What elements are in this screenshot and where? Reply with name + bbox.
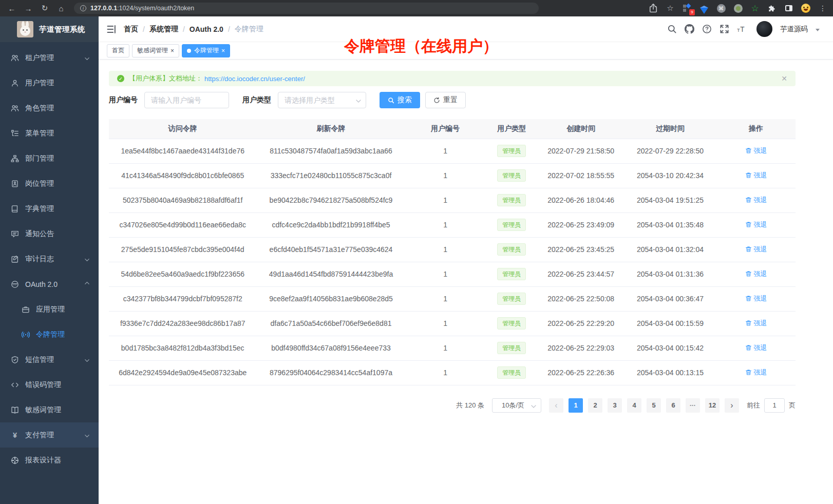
force-logout-button[interactable]: 强退 [745,196,767,205]
sidebar-item-0[interactable]: 租户管理 [0,45,99,70]
user-icon [11,79,19,87]
sidebar-item-9[interactable]: OAuth 2.0 [0,272,99,297]
search-icon[interactable] [667,24,677,34]
forward-icon[interactable]: → [22,2,35,14]
github-icon[interactable] [685,24,694,34]
extension-tabs-icon[interactable]: 9 [682,3,692,13]
force-logout-button[interactable]: 强退 [745,368,767,377]
report-icon [11,456,19,464]
extensions-puzzle-icon[interactable] [767,3,777,13]
user-type-cell: 管理员 [485,262,538,286]
user-id-label: 用户编号 [109,95,138,105]
created-cell: 2022-07-02 18:55:55 [538,163,624,188]
tab-close-icon[interactable]: × [171,47,174,54]
reload-icon[interactable]: ↻ [38,2,51,14]
top-header: 首页/系统管理/OAuth 2.0/令牌管理 TT [99,16,833,42]
tab-0[interactable]: 首页 [107,44,129,57]
site-info-icon[interactable]: i [80,5,86,11]
token-icon [22,331,30,339]
created-cell: 2022-06-25 22:50:08 [538,286,624,311]
force-logout-button[interactable]: 强退 [745,171,767,180]
home-icon[interactable]: ⌂ [54,2,68,14]
reset-button[interactable]: 重置 [425,92,466,108]
sidebar-item-5[interactable]: 岗位管理 [0,171,99,196]
alert-doc-link[interactable]: https://doc.iocoder.cn/user-center/ [204,75,305,83]
sidebar-item-3[interactable]: 菜单管理 [0,121,99,146]
sidebar-item-14[interactable]: 敏感词管理 [0,397,99,422]
sidebar-item-13[interactable]: 错误码管理 [0,372,99,397]
search-button[interactable]: 搜索 [380,92,420,108]
sidebar: 芋道管理系统 租户管理用户管理角色管理菜单管理部门管理岗位管理字典管理通知公告审… [0,16,99,504]
force-logout-button[interactable]: 强退 [745,220,767,229]
page-button-12[interactable]: 12 [705,398,720,413]
sidebar-item-16[interactable]: 报表设计器 [0,448,99,473]
page-button-6[interactable]: 6 [666,398,680,413]
chevron-down-icon[interactable] [816,29,820,31]
expires-cell: 2054-03-04 01:31:36 [624,262,716,286]
address-bar[interactable]: i 127.0.0.1:1024/system/oauth2/token [74,3,539,14]
force-logout-button[interactable]: 强退 [745,245,767,254]
sidebar-fold-icon[interactable] [106,24,117,34]
next-page-button[interactable]: › [725,398,739,413]
goto-page-input[interactable] [764,398,785,413]
user-name[interactable]: 芋道源码 [780,25,808,34]
back-icon[interactable]: ← [5,2,18,14]
sidebar-item-1[interactable]: 用户管理 [0,70,99,95]
page-button-1[interactable]: 1 [569,398,583,413]
breadcrumb-item[interactable]: 首页 [124,25,138,34]
extension-gem-icon[interactable] [699,3,709,13]
users-icon [11,54,19,62]
fullscreen-icon[interactable] [720,24,729,34]
sidebar-item-12[interactable]: 短信管理 [0,347,99,372]
side-panel-icon[interactable] [784,3,794,13]
extension-star-icon[interactable]: ☆ [750,3,760,13]
bookmark-star-icon[interactable]: ☆ [665,3,675,13]
page-button-4[interactable]: 4 [627,398,641,413]
refresh-token-cell: 9ce8ef2aa9f14056b831ae9b608e28d5 [256,286,405,311]
extension-record-icon[interactable] [733,3,743,13]
tab-close-icon[interactable]: × [221,47,225,54]
expires-cell: 2054-03-10 20:42:34 [624,163,716,188]
sidebar-item-11[interactable]: 令牌管理 [0,322,99,347]
user-type-select-input[interactable] [278,92,366,108]
help-icon[interactable] [702,24,712,34]
sidebar-item-8[interactable]: 审计日志 [0,246,99,272]
user-id-cell: 1 [406,237,485,262]
force-logout-button[interactable]: 强退 [745,146,767,156]
tab-2[interactable]: 令牌管理× [182,44,230,57]
user-type-select[interactable] [278,92,366,108]
tab-1[interactable]: 敏感词管理× [132,44,179,57]
sidebar-item-6[interactable]: 字典管理 [0,196,99,221]
force-logout-button[interactable]: 强退 [745,343,767,353]
page-size-select[interactable]: 10条/页 [492,398,541,413]
prev-page-button[interactable]: ‹ [549,398,563,413]
page-button-3[interactable]: 3 [608,398,622,413]
force-logout-button[interactable]: 强退 [745,269,767,279]
force-logout-button[interactable]: 强退 [745,319,767,328]
user-id-input[interactable] [144,92,229,108]
sidebar-item-7[interactable]: 通知公告 [0,221,99,246]
page-content: ✓ 【用户体系】文档地址： https://doc.iocoder.cn/use… [99,60,833,504]
force-logout-button[interactable]: 强退 [745,294,767,303]
share-icon[interactable] [648,3,658,13]
app-title: 芋道管理系统 [39,25,85,34]
sidebar-item-15[interactable]: ¥支付管理 [0,422,99,448]
user-avatar[interactable] [756,21,772,37]
breadcrumb-item[interactable]: OAuth 2.0 [190,25,223,33]
sidebar-item-label: 错误码管理 [25,380,61,390]
sidebar-item-2[interactable]: 角色管理 [0,95,99,121]
page-button-2[interactable]: 2 [588,398,602,413]
alert-close-icon[interactable]: ✕ [781,74,787,83]
sidebar-item-10[interactable]: 应用管理 [0,297,99,322]
dict-icon [11,205,19,213]
user-id-cell: 1 [406,212,485,237]
extension-command-icon[interactable]: ⌘ [716,3,726,13]
page-ellipsis[interactable]: ••• [686,398,700,413]
app-logo-bar[interactable]: 芋道管理系统 [0,16,99,42]
browser-menu-icon[interactable]: ⋮ [818,3,828,13]
profile-avatar-icon[interactable] [801,3,811,13]
font-size-icon[interactable]: TT [737,24,747,34]
page-button-5[interactable]: 5 [647,398,661,413]
breadcrumb-item[interactable]: 系统管理 [149,25,178,34]
sidebar-item-4[interactable]: 部门管理 [0,146,99,171]
